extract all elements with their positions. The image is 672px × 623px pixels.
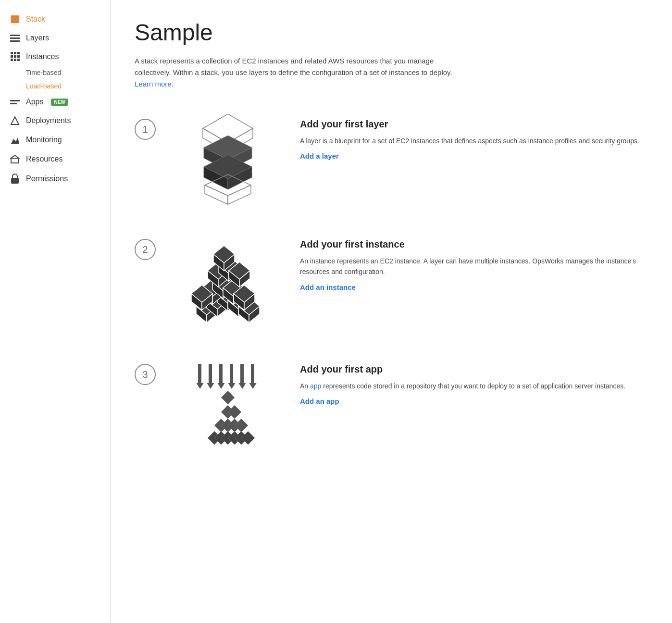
svg-marker-20 [180,234,190,250]
sidebar-permissions-label: Permissions [26,174,68,183]
step-2-content: Add your first instance An instance repr… [300,234,648,291]
step-1: 1 [135,114,648,205]
step-3-number: 3 [135,364,156,385]
sidebar-item-apps[interactable]: Apps NEW [0,93,110,111]
step-3-title: Add your first app [300,364,648,375]
sidebar-item-layers[interactable]: Layers [0,29,110,47]
svg-marker-28 [228,383,236,389]
step-2-illustration [175,234,281,330]
svg-rect-23 [209,364,212,383]
svg-rect-29 [240,364,244,383]
stack-icon [10,14,20,24]
step-1-title: Add your first layer [300,119,648,130]
step-3-content: Add your first app An app represents cod… [300,359,648,405]
deployments-icon [10,116,20,125]
step-3-illustration [175,359,281,455]
svg-marker-32 [249,383,257,389]
sidebar-layers-label: Layers [26,34,49,42]
svg-marker-4 [11,155,19,158]
step-2-number: 2 [135,239,156,260]
svg-rect-21 [198,364,201,383]
instances-icon [10,52,20,61]
step-2: 2 [135,234,648,330]
page-title: Sample [135,19,648,46]
sidebar-item-monitoring[interactable]: Monitoring [0,130,110,150]
apps-new-badge: NEW [51,99,68,106]
step-3-desc: An app represents code stored in a repos… [300,381,648,391]
main-content: Sample A stack represents a collection o… [111,0,672,623]
svg-marker-24 [207,383,214,389]
load-based-label: Load-based [26,82,62,90]
layers-icon [10,35,20,42]
sidebar-item-instances[interactable]: Instances [0,47,110,66]
svg-rect-5 [11,178,19,184]
sidebar: Stack Layers Instances Time-based Load-b… [0,0,111,623]
sidebar-deployments-label: Deployments [26,116,71,125]
add-app-link[interactable]: Add an app [300,397,339,405]
step-1-content: Add your first layer A layer is a bluepr… [300,114,648,160]
step-3-desc-part1: An [300,382,308,390]
svg-rect-25 [219,364,223,383]
step-2-desc: An instance represents an EC2 instance. … [300,256,648,277]
svg-marker-16 [205,185,228,204]
sidebar-subitem-time-based[interactable]: Time-based [0,66,110,79]
svg-marker-17 [228,185,251,204]
step-3: 3 [135,359,648,455]
step-1-number: 1 [135,119,156,140]
svg-marker-1 [11,117,19,125]
svg-rect-3 [11,158,19,163]
svg-rect-31 [251,364,254,383]
sidebar-apps-label: Apps [26,98,43,106]
description-end: . [172,80,174,88]
svg-marker-2 [11,137,19,144]
step-1-illustration [175,114,281,205]
sidebar-item-stack[interactable]: Stack [0,10,110,29]
resources-icon [10,154,20,164]
svg-marker-26 [218,383,225,389]
permissions-icon [10,174,20,184]
step-2-title: Add your first instance [300,239,648,250]
step-1-desc: A layer is a blueprint for a set of EC2 … [300,136,648,146]
sidebar-item-resources[interactable]: Resources [0,150,110,169]
page-description: A stack represents a collection of EC2 i… [135,55,471,90]
svg-marker-18 [180,234,190,243]
svg-marker-22 [197,383,204,389]
time-based-label: Time-based [26,69,61,76]
svg-marker-30 [239,383,246,389]
svg-rect-0 [11,15,19,23]
sidebar-item-deployments[interactable]: Deployments [0,111,110,130]
sidebar-subitem-load-based[interactable]: Load-based [0,79,110,93]
monitoring-icon [10,135,20,145]
sidebar-monitoring-label: Monitoring [26,136,62,144]
svg-marker-33 [221,391,235,404]
sidebar-instances-label: Instances [26,52,59,61]
sidebar-resources-label: Resources [26,155,62,163]
add-instance-link[interactable]: Add an instance [300,283,356,291]
step-3-desc-part2: represents code stored in a repository t… [323,382,625,390]
sidebar-stack-label: Stack [26,15,45,24]
sidebar-item-permissions[interactable]: Permissions [0,169,110,189]
app-link[interactable]: app [310,382,321,390]
apps-icon [10,100,20,104]
learn-more-link[interactable]: Learn more [135,80,172,88]
description-text-1: A stack represents a collection of EC2 i… [135,57,452,76]
svg-rect-27 [230,364,233,383]
add-layer-link[interactable]: Add a layer [300,152,339,160]
